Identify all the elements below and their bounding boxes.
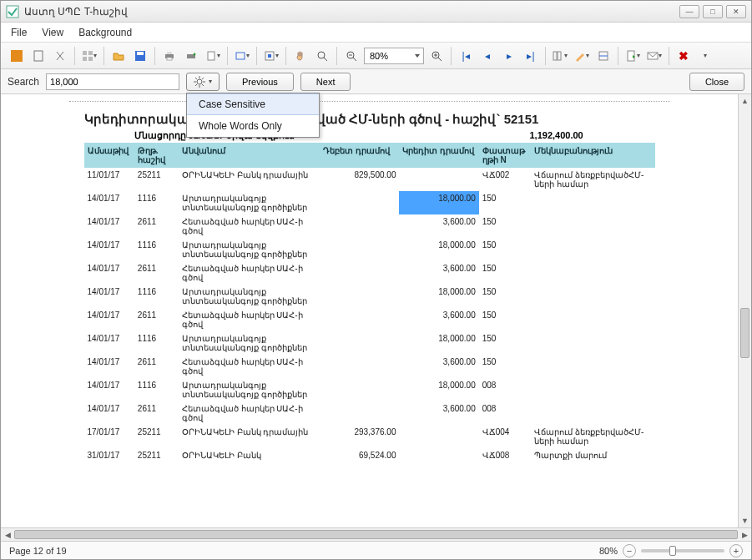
document-area[interactable]: Կրեդիտորական պարտքեր ստացված ՀՄ-ների գծո… bbox=[1, 94, 738, 527]
open-icon[interactable] bbox=[109, 47, 128, 65]
scroll-left-icon[interactable]: ◀ bbox=[1, 528, 14, 541]
cell-credit: 18,000.00 bbox=[399, 331, 478, 355]
zoom-in-icon[interactable] bbox=[427, 47, 446, 65]
minimize-button[interactable]: — bbox=[679, 5, 699, 18]
scroll-down-icon[interactable]: ▼ bbox=[739, 514, 751, 527]
print-icon[interactable] bbox=[160, 47, 179, 65]
table-row: 14/01/172611Հետաձգված հարկեր ՍԱՀ-ի գծով3… bbox=[84, 214, 655, 238]
cell-doc: ՎՃ004 bbox=[479, 425, 531, 448]
zoom-combo[interactable]: 80% bbox=[364, 48, 424, 64]
svg-rect-6 bbox=[88, 57, 93, 61]
vertical-scrollbar[interactable]: ▲ ▼ bbox=[738, 94, 751, 527]
svg-rect-3 bbox=[83, 51, 87, 55]
cell-credit: 18,000.00 bbox=[399, 378, 478, 401]
close-button[interactable]: Close bbox=[689, 73, 744, 91]
menubar: File View Background bbox=[1, 23, 751, 43]
scroll-thumb[interactable] bbox=[740, 308, 749, 358]
hscroll-track[interactable] bbox=[14, 528, 738, 541]
cell-credit: 18,000.00 bbox=[399, 285, 478, 308]
menu-file[interactable]: File bbox=[11, 27, 27, 38]
multipage-icon[interactable]: ▾ bbox=[551, 47, 569, 65]
search-input[interactable] bbox=[46, 73, 179, 90]
subtitle-right: 1,192,400.00 bbox=[488, 130, 655, 141]
table-row: 14/01/172611Հետաձգված հարկեր ՍԱՀ-ի գծով3… bbox=[84, 308, 655, 331]
page-setup-icon[interactable]: ▾ bbox=[204, 47, 222, 65]
svg-point-17 bbox=[318, 52, 325, 58]
zoom-slider[interactable] bbox=[641, 549, 724, 552]
scale-icon[interactable]: ▾ bbox=[262, 47, 280, 65]
cell-debit bbox=[320, 261, 399, 285]
maximize-button[interactable]: □ bbox=[703, 5, 723, 18]
zoom-plus-button[interactable]: + bbox=[729, 544, 743, 557]
grid-icon[interactable]: ▾ bbox=[80, 47, 98, 65]
cell-debit bbox=[320, 285, 399, 308]
export-icon[interactable]: ▾ bbox=[233, 47, 251, 65]
search-options-button[interactable]: ▾ bbox=[186, 73, 220, 91]
table-row: 14/01/171116Արտադրականգոյք տնտեսականգոյք… bbox=[84, 331, 655, 355]
search-options-menu: Case Sensitive Whole Words Only bbox=[186, 93, 320, 138]
bookmarks-icon[interactable] bbox=[29, 47, 48, 65]
first-page-icon[interactable]: |◂ bbox=[457, 47, 475, 65]
svg-line-40 bbox=[195, 84, 197, 86]
horizontal-scrollbar[interactable]: ◀ ▶ bbox=[1, 527, 751, 541]
cell-acct: 25211 bbox=[134, 425, 179, 448]
save-icon[interactable] bbox=[131, 47, 149, 65]
next-page-icon[interactable]: ▸ bbox=[500, 47, 518, 65]
report-subtitle: Մնացորդը 01/01/17 օրվա սկզբում 1,192,400… bbox=[84, 130, 655, 141]
quick-print-icon[interactable] bbox=[182, 47, 200, 65]
svg-line-18 bbox=[324, 58, 327, 61]
svg-rect-16 bbox=[268, 54, 271, 58]
svg-rect-13 bbox=[208, 52, 214, 60]
menu-view[interactable]: View bbox=[42, 27, 63, 38]
cell-date: 14/01/17 bbox=[84, 191, 134, 214]
zoom-minus-button[interactable]: − bbox=[623, 544, 636, 557]
cell-doc: 008 bbox=[479, 401, 531, 425]
find-icon[interactable] bbox=[51, 47, 69, 65]
cell-date: 14/01/17 bbox=[84, 261, 134, 285]
report-page: Կրեդիտորական պարտքեր ստացված ՀՄ-ների գծո… bbox=[69, 101, 670, 496]
color-icon[interactable]: ▾ bbox=[573, 47, 591, 65]
hscroll-thumb[interactable] bbox=[14, 530, 738, 539]
cell-acct: 2611 bbox=[134, 308, 179, 331]
thumbnails-icon[interactable] bbox=[8, 47, 26, 65]
cell-desc bbox=[531, 214, 654, 238]
cell-debit bbox=[320, 214, 399, 238]
menu-whole-words[interactable]: Whole Words Only bbox=[187, 115, 319, 137]
cell-credit: 18,000.00 bbox=[399, 238, 478, 261]
magnifier-icon[interactable] bbox=[313, 47, 331, 65]
zoom-slider-knob[interactable] bbox=[669, 546, 676, 556]
cell-desc: Վճարում ձեռքբերվածՀՄ-ների համար bbox=[531, 425, 654, 448]
close-preview-icon[interactable]: ✖ bbox=[674, 47, 693, 65]
cell-date: 14/01/17 bbox=[84, 401, 134, 425]
scroll-right-icon[interactable]: ▶ bbox=[738, 528, 751, 541]
email-icon[interactable]: ▾ bbox=[645, 47, 664, 65]
previous-button[interactable]: Previous bbox=[226, 73, 294, 91]
scroll-track[interactable] bbox=[739, 108, 751, 514]
cell-doc: 150 bbox=[479, 331, 531, 355]
cell-credit: 3,600.00 bbox=[399, 214, 478, 238]
menu-case-sensitive[interactable]: Case Sensitive bbox=[187, 93, 319, 115]
cell-desc: Պարտքի մարում bbox=[531, 448, 654, 462]
scroll-up-icon[interactable]: ▲ bbox=[739, 94, 751, 108]
export-doc-icon[interactable]: ▾ bbox=[623, 47, 642, 65]
close-window-button[interactable]: ✕ bbox=[726, 5, 746, 18]
table-row: 14/01/171116Արտադրականգոյք տնտեսականգոյք… bbox=[84, 378, 655, 401]
prev-page-icon[interactable]: ◂ bbox=[478, 47, 497, 65]
zoom-out-icon[interactable] bbox=[342, 47, 361, 65]
cell-debit bbox=[320, 331, 399, 355]
cell-name: ՕՐԻՆԱԿԵԼԻ Բանկ դրամային bbox=[179, 425, 320, 448]
viewport: Կրեդիտորական պարտքեր ստացված ՀՄ-ների գծո… bbox=[1, 94, 751, 527]
cell-credit: 3,600.00 bbox=[399, 308, 478, 331]
close-button-label: Close bbox=[705, 77, 729, 87]
cell-name: Արտադրականգոյք տնտեսականգոյք գործիքներ bbox=[179, 285, 320, 308]
hand-tool-icon[interactable] bbox=[291, 47, 310, 65]
menu-background[interactable]: Background bbox=[78, 27, 132, 38]
th-doc: Փաստաթ ղթի N bbox=[479, 143, 531, 168]
toolbar-overflow-icon[interactable]: ▾ bbox=[696, 47, 714, 65]
last-page-icon[interactable]: ▸| bbox=[522, 47, 540, 65]
next-button[interactable]: Next bbox=[300, 73, 351, 91]
table-header-row: Ամսաթիվ Թղթ. հաշիվ Անվանում Դեբետ դրամով… bbox=[84, 143, 655, 168]
cell-credit bbox=[399, 168, 478, 191]
svg-rect-1 bbox=[11, 50, 23, 62]
watermark-icon[interactable] bbox=[594, 47, 613, 65]
